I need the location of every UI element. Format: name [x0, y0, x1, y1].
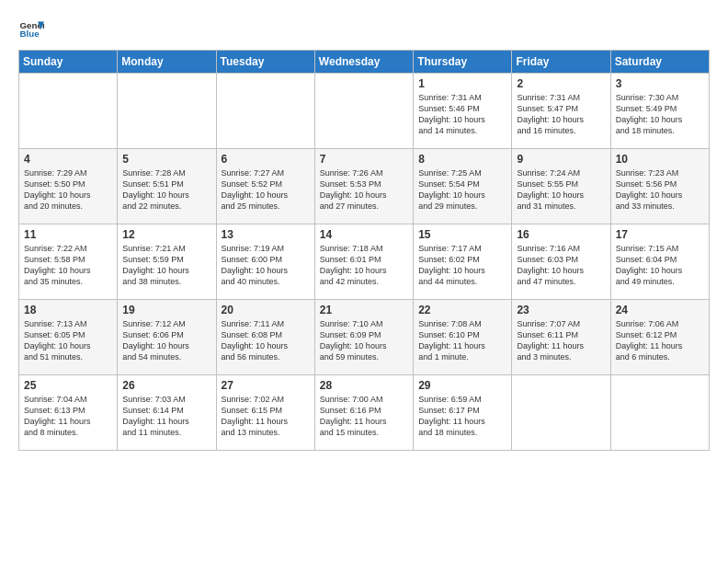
- day-info: Sunrise: 7:29 AM Sunset: 5:50 PM Dayligh…: [24, 167, 112, 213]
- day-number: 3: [616, 77, 704, 90]
- day-info: Sunrise: 7:21 AM Sunset: 5:59 PM Dayligh…: [122, 243, 210, 288]
- day-number: 7: [320, 153, 408, 166]
- day-header-thursday: Thursday: [414, 51, 512, 74]
- calendar-cell: 26Sunrise: 7:03 AM Sunset: 6:14 PM Dayli…: [118, 375, 216, 451]
- day-number: 1: [418, 77, 506, 90]
- calendar-cell: [216, 74, 314, 149]
- day-number: 26: [122, 379, 210, 392]
- day-number: 27: [222, 379, 310, 392]
- day-header-friday: Friday: [512, 51, 610, 74]
- day-number: 15: [418, 228, 506, 241]
- calendar-cell: 3Sunrise: 7:30 AM Sunset: 5:49 PM Daylig…: [610, 74, 709, 149]
- calendar-cell: 2Sunrise: 7:31 AM Sunset: 5:47 PM Daylig…: [512, 74, 610, 149]
- calendar-header-row: SundayMondayTuesdayWednesdayThursdayFrid…: [19, 51, 710, 74]
- calendar-cell: [118, 74, 216, 149]
- day-number: 21: [320, 304, 408, 316]
- calendar-cell: 16Sunrise: 7:16 AM Sunset: 6:03 PM Dayli…: [512, 224, 610, 300]
- day-info: Sunrise: 7:04 AM Sunset: 6:13 PM Dayligh…: [24, 394, 112, 439]
- day-number: 8: [418, 153, 506, 166]
- day-number: 9: [517, 153, 605, 166]
- calendar-cell: 28Sunrise: 7:00 AM Sunset: 6:16 PM Dayli…: [314, 375, 413, 451]
- header-area: General Blue: [18, 17, 710, 42]
- calendar-body: 1Sunrise: 7:31 AM Sunset: 5:46 PM Daylig…: [19, 74, 710, 451]
- day-header-sunday: Sunday: [19, 51, 118, 74]
- day-info: Sunrise: 7:23 AM Sunset: 5:56 PM Dayligh…: [616, 167, 704, 213]
- day-info: Sunrise: 7:30 AM Sunset: 5:49 PM Dayligh…: [616, 92, 704, 137]
- calendar-cell: 15Sunrise: 7:17 AM Sunset: 6:02 PM Dayli…: [414, 224, 512, 300]
- day-header-tuesday: Tuesday: [216, 51, 314, 74]
- day-info: Sunrise: 7:18 AM Sunset: 6:01 PM Dayligh…: [320, 243, 408, 288]
- day-header-saturday: Saturday: [610, 51, 709, 74]
- day-number: 13: [222, 228, 310, 241]
- calendar-cell: 7Sunrise: 7:26 AM Sunset: 5:53 PM Daylig…: [314, 149, 413, 224]
- calendar-cell: 17Sunrise: 7:15 AM Sunset: 6:04 PM Dayli…: [610, 224, 709, 300]
- calendar-cell: 25Sunrise: 7:04 AM Sunset: 6:13 PM Dayli…: [19, 375, 118, 451]
- day-info: Sunrise: 7:19 AM Sunset: 6:00 PM Dayligh…: [222, 243, 310, 288]
- calendar-cell: [610, 375, 709, 451]
- day-header-wednesday: Wednesday: [314, 51, 413, 74]
- calendar-cell: 27Sunrise: 7:02 AM Sunset: 6:15 PM Dayli…: [216, 375, 314, 451]
- day-info: Sunrise: 7:22 AM Sunset: 5:58 PM Dayligh…: [24, 243, 112, 288]
- day-number: 19: [122, 304, 210, 316]
- calendar-cell: 9Sunrise: 7:24 AM Sunset: 5:55 PM Daylig…: [512, 149, 610, 224]
- svg-text:Blue: Blue: [19, 29, 40, 39]
- day-header-monday: Monday: [118, 51, 216, 74]
- day-number: 12: [122, 228, 210, 241]
- logo: General Blue: [18, 17, 48, 42]
- logo-icon: General Blue: [18, 17, 44, 42]
- calendar-week-1: 1Sunrise: 7:31 AM Sunset: 5:46 PM Daylig…: [19, 74, 710, 149]
- calendar-cell: 18Sunrise: 7:13 AM Sunset: 6:05 PM Dayli…: [19, 300, 118, 375]
- day-info: Sunrise: 7:13 AM Sunset: 6:05 PM Dayligh…: [24, 318, 112, 363]
- calendar-cell: 8Sunrise: 7:25 AM Sunset: 5:54 PM Daylig…: [414, 149, 512, 224]
- calendar-cell: 10Sunrise: 7:23 AM Sunset: 5:56 PM Dayli…: [610, 149, 709, 224]
- calendar-cell: 11Sunrise: 7:22 AM Sunset: 5:58 PM Dayli…: [19, 224, 118, 300]
- calendar-cell: [512, 375, 610, 451]
- calendar-cell: 21Sunrise: 7:10 AM Sunset: 6:09 PM Dayli…: [314, 300, 413, 375]
- day-info: Sunrise: 7:07 AM Sunset: 6:11 PM Dayligh…: [517, 318, 605, 363]
- day-info: Sunrise: 7:25 AM Sunset: 5:54 PM Dayligh…: [418, 167, 506, 213]
- day-number: 20: [222, 304, 310, 316]
- calendar-cell: 19Sunrise: 7:12 AM Sunset: 6:06 PM Dayli…: [118, 300, 216, 375]
- day-number: 10: [616, 153, 704, 166]
- day-info: Sunrise: 7:16 AM Sunset: 6:03 PM Dayligh…: [517, 243, 605, 288]
- day-info: Sunrise: 6:59 AM Sunset: 6:17 PM Dayligh…: [418, 394, 506, 439]
- calendar-cell: 20Sunrise: 7:11 AM Sunset: 6:08 PM Dayli…: [216, 300, 314, 375]
- day-number: 17: [616, 228, 704, 241]
- calendar-cell: 6Sunrise: 7:27 AM Sunset: 5:52 PM Daylig…: [216, 149, 314, 224]
- day-info: Sunrise: 7:31 AM Sunset: 5:47 PM Dayligh…: [517, 92, 605, 137]
- day-info: Sunrise: 7:28 AM Sunset: 5:51 PM Dayligh…: [122, 167, 210, 213]
- day-info: Sunrise: 7:02 AM Sunset: 6:15 PM Dayligh…: [222, 394, 310, 439]
- day-number: 18: [24, 304, 112, 316]
- day-number: 25: [24, 379, 112, 392]
- day-info: Sunrise: 7:12 AM Sunset: 6:06 PM Dayligh…: [122, 318, 210, 363]
- day-info: Sunrise: 7:31 AM Sunset: 5:46 PM Dayligh…: [418, 92, 506, 137]
- calendar-table: SundayMondayTuesdayWednesdayThursdayFrid…: [18, 50, 710, 451]
- calendar-week-4: 18Sunrise: 7:13 AM Sunset: 6:05 PM Dayli…: [19, 300, 710, 375]
- day-info: Sunrise: 7:06 AM Sunset: 6:12 PM Dayligh…: [616, 318, 704, 363]
- day-number: 24: [616, 304, 704, 316]
- calendar-cell: 5Sunrise: 7:28 AM Sunset: 5:51 PM Daylig…: [118, 149, 216, 224]
- calendar-week-5: 25Sunrise: 7:04 AM Sunset: 6:13 PM Dayli…: [19, 375, 710, 451]
- day-number: 4: [24, 153, 112, 166]
- day-number: 6: [222, 153, 310, 166]
- calendar-cell: 12Sunrise: 7:21 AM Sunset: 5:59 PM Dayli…: [118, 224, 216, 300]
- day-info: Sunrise: 7:00 AM Sunset: 6:16 PM Dayligh…: [320, 394, 408, 439]
- day-number: 23: [517, 304, 605, 316]
- day-number: 16: [517, 228, 605, 241]
- calendar-cell: 22Sunrise: 7:08 AM Sunset: 6:10 PM Dayli…: [414, 300, 512, 375]
- calendar-cell: 29Sunrise: 6:59 AM Sunset: 6:17 PM Dayli…: [414, 375, 512, 451]
- calendar-cell: 23Sunrise: 7:07 AM Sunset: 6:11 PM Dayli…: [512, 300, 610, 375]
- calendar-cell: [19, 74, 118, 149]
- calendar-cell: 4Sunrise: 7:29 AM Sunset: 5:50 PM Daylig…: [19, 149, 118, 224]
- day-number: 5: [122, 153, 210, 166]
- day-info: Sunrise: 7:17 AM Sunset: 6:02 PM Dayligh…: [418, 243, 506, 288]
- day-number: 14: [320, 228, 408, 241]
- day-info: Sunrise: 7:26 AM Sunset: 5:53 PM Dayligh…: [320, 167, 408, 213]
- day-info: Sunrise: 7:10 AM Sunset: 6:09 PM Dayligh…: [320, 318, 408, 363]
- calendar-cell: 1Sunrise: 7:31 AM Sunset: 5:46 PM Daylig…: [414, 74, 512, 149]
- calendar-cell: [314, 74, 413, 149]
- calendar-week-3: 11Sunrise: 7:22 AM Sunset: 5:58 PM Dayli…: [19, 224, 710, 300]
- day-number: 28: [320, 379, 408, 392]
- day-info: Sunrise: 7:15 AM Sunset: 6:04 PM Dayligh…: [616, 243, 704, 288]
- day-info: Sunrise: 7:24 AM Sunset: 5:55 PM Dayligh…: [517, 167, 605, 213]
